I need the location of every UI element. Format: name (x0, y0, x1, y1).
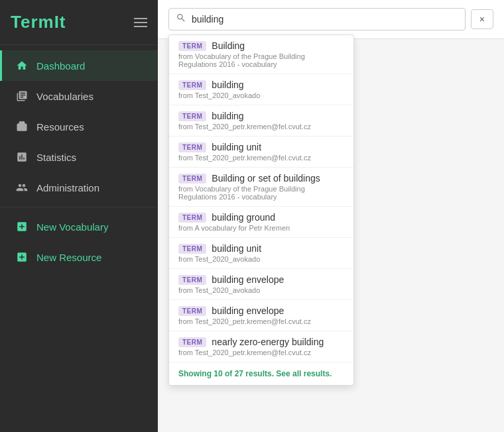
dropdown-item[interactable]: TERMbuilding unitfrom Test_2020_petr.kre… (169, 136, 353, 168)
sidebar-item-dashboard[interactable]: Dashboard (0, 50, 158, 81)
sidebar-header: TermIt (0, 0, 158, 45)
main-content: × TERMBuildingfrom Vocabulary of the Pra… (158, 0, 504, 432)
new-resource-nav-item[interactable]: New Resource (0, 242, 158, 272)
term-label: Building (212, 40, 245, 51)
term-label: Building or set of buildings (212, 173, 320, 184)
term-label: building (212, 80, 243, 90)
sidebar-item-label-statistics: Statistics (36, 152, 76, 163)
home-icon (15, 59, 29, 72)
search-input[interactable] (192, 14, 458, 25)
book-icon (15, 89, 29, 103)
term-badge: TERM (178, 275, 206, 285)
dropdown-item[interactable]: TERMbuilding unitfrom Test_2020_avokado (169, 238, 353, 269)
term-source: from Test_2020_petr.kremen@fel.cvut.cz (178, 154, 344, 162)
term-badge: TERM (178, 244, 206, 254)
sidebar-item-label-vocabularies: Vocabularies (36, 91, 94, 102)
sidebar-item-label-dashboard: Dashboard (36, 60, 85, 72)
term-label: building unit (212, 142, 261, 152)
term-source: from Test_2020_avokado (178, 286, 344, 294)
term-badge: TERM (178, 80, 206, 90)
chart-icon (15, 150, 29, 164)
term-source: from Test_2020_avokado (178, 255, 344, 263)
term-label: building unit (212, 243, 261, 254)
new-resource-icon (15, 250, 29, 264)
resource-icon (15, 120, 29, 133)
sidebar-item-label-resources: Resources (36, 121, 84, 133)
search-dropdown: TERMBuildingfrom Vocabulary of the Pragu… (168, 34, 354, 386)
new-vocabulary-label: New Vocabulary (36, 221, 108, 233)
new-vocabulary-nav-item[interactable]: New Vocabulary (0, 211, 158, 242)
term-label: building envelope (212, 274, 284, 285)
term-label: building envelope (212, 305, 284, 316)
term-label: building (212, 111, 243, 121)
new-resource-label: New Resource (36, 252, 101, 263)
sidebar-item-administration[interactable]: Administration (0, 172, 158, 203)
sidebar-item-vocabularies[interactable]: Vocabularies (0, 81, 158, 111)
term-badge: TERM (178, 41, 206, 51)
sidebar-item-resources[interactable]: Resources (0, 111, 158, 142)
admin-icon (15, 181, 29, 194)
app-logo: TermIt (11, 12, 66, 32)
dropdown-item[interactable]: TERMbuilding groundfrom A vocabulary for… (169, 207, 353, 238)
sidebar-item-statistics[interactable]: Statistics (0, 142, 158, 172)
clear-search-button[interactable]: × (471, 9, 493, 29)
sidebar-item-label-administration: Administration (36, 182, 99, 193)
term-badge: TERM (178, 337, 206, 347)
term-badge: TERM (178, 174, 206, 184)
sidebar-toggle-button[interactable] (134, 18, 147, 27)
sidebar: TermIt Dashboard Vocabularies Resources (0, 0, 158, 432)
term-label: nearly zero-energy building (212, 337, 324, 347)
term-badge: TERM (178, 142, 206, 152)
dropdown-item[interactable]: TERMbuildingfrom Test_2020_petr.kremen@f… (169, 105, 353, 136)
term-label: building ground (212, 212, 275, 223)
search-input-wrapper (168, 8, 466, 30)
term-source: from Test_2020_petr.kremen@fel.cvut.cz (178, 317, 344, 325)
search-bar-area: × TERMBuildingfrom Vocabulary of the Pra… (158, 0, 504, 39)
term-source: from Test_2020_petr.kremen@fel.cvut.cz (178, 123, 344, 131)
term-source: from Vocabulary of the Prague Building R… (178, 185, 344, 201)
sidebar-nav: Dashboard Vocabularies Resources Statist… (0, 45, 158, 432)
term-source: from Test_2020_petr.kremen@fel.cvut.cz (178, 349, 344, 356)
term-badge: TERM (178, 306, 206, 316)
nav-divider (0, 207, 158, 207)
dropdown-item[interactable]: TERMbuilding envelopefrom Test_2020_avok… (169, 269, 353, 300)
search-icon (176, 13, 186, 26)
dropdown-footer[interactable]: Showing 10 of 27 results. See all result… (169, 362, 353, 385)
dropdown-item[interactable]: TERMBuilding or set of buildingsfrom Voc… (169, 168, 353, 207)
dropdown-item[interactable]: TERMBuildingfrom Vocabulary of the Pragu… (169, 35, 353, 74)
dropdown-item[interactable]: TERMnearly zero-energy buildingfrom Test… (169, 331, 353, 362)
new-vocabulary-icon (15, 220, 29, 233)
term-source: from Vocabulary of the Prague Building R… (178, 52, 344, 68)
dropdown-item[interactable]: TERMbuilding envelopefrom Test_2020_petr… (169, 300, 353, 331)
term-badge: TERM (178, 111, 206, 121)
term-badge: TERM (178, 213, 206, 223)
term-source: from A vocabulary for Petr Kremen (178, 224, 344, 232)
term-source: from Test_2020_avokado (178, 91, 344, 99)
dropdown-item[interactable]: TERMbuildingfrom Test_2020_avokado (169, 74, 353, 105)
